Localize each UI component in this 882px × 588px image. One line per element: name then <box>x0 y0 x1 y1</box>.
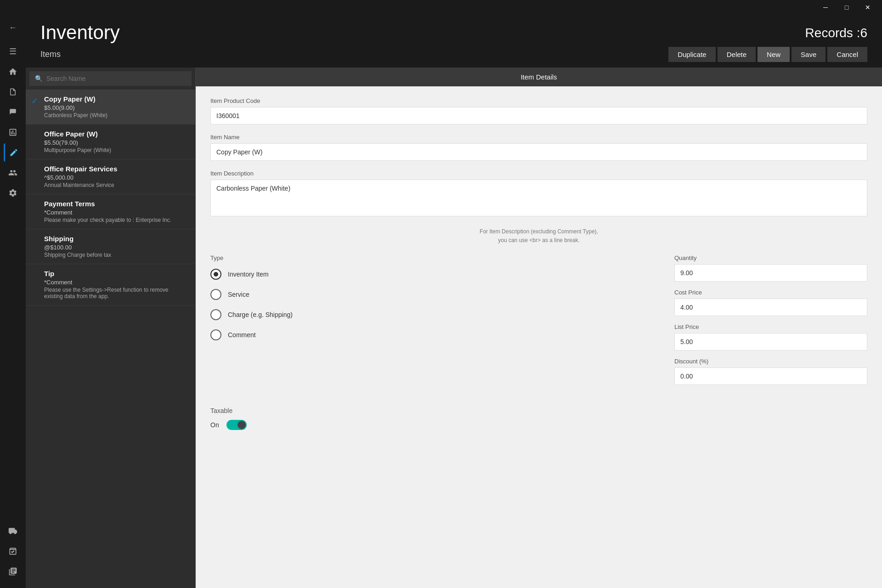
list-item[interactable]: Payment Terms *Comment Please make your … <box>26 194 195 229</box>
discount-label: Discount (%) <box>674 358 867 365</box>
delete-button[interactable]: Delete <box>718 47 756 62</box>
list-panel: 🔍 ✓ Copy Paper (W) $5.00(9.00) Carbonles… <box>26 68 196 588</box>
product-code-input[interactable] <box>210 107 867 124</box>
search-input[interactable] <box>46 75 186 82</box>
item-description: Carbonless Paper (White) <box>44 112 188 119</box>
item-description: Please use the Settings->Reset function … <box>44 287 188 300</box>
report-icon <box>8 128 17 137</box>
item-description: Annual Maintenance Service <box>44 182 188 188</box>
maximize-button[interactable]: □ <box>836 0 857 15</box>
back-button[interactable]: ← <box>4 18 22 37</box>
item-description: Multipurpose Paper (White) <box>44 147 188 153</box>
document-icon <box>9 87 17 96</box>
item-name: Shipping <box>44 235 188 243</box>
detail-panel: Item Details Item Product Code Item Name <box>196 68 882 588</box>
item-name: Office Paper (W) <box>44 130 188 138</box>
nav-package[interactable] <box>4 542 22 560</box>
item-price: *Comment <box>44 209 188 216</box>
radio-charge[interactable]: Charge (e.g. Shipping) <box>210 309 660 320</box>
close-button[interactable]: ✕ <box>857 0 878 15</box>
list-item[interactable]: Office Paper (W) $5.50(79.00) Multipurpo… <box>26 124 195 159</box>
cost-price-input[interactable] <box>674 299 867 316</box>
type-column: Type Inventory Item <box>210 254 660 392</box>
list-item[interactable]: Tip *Comment Please use the Settings->Re… <box>26 264 195 305</box>
item-description: Please make your check payable to : Ente… <box>44 217 188 223</box>
item-name-label: Item Name <box>210 134 867 141</box>
list-price-label: List Price <box>674 323 867 330</box>
item-name: Office Repair Services <box>44 165 188 173</box>
toolbar-buttons: Duplicate Delete New Save Cancel <box>668 47 867 62</box>
menu-icon[interactable]: ☰ <box>4 42 22 61</box>
type-radio-group: Inventory Item Service Charge (e.g. Ship… <box>210 269 660 340</box>
price-column: Quantity Cost Price List Price <box>674 254 867 392</box>
item-price: $5.00(9.00) <box>44 104 188 111</box>
cancel-button[interactable]: Cancel <box>827 47 867 62</box>
taxable-toggle[interactable] <box>226 420 247 430</box>
quantity-input[interactable] <box>674 264 867 282</box>
hamburger-icon: ☰ <box>9 46 17 57</box>
item-name-input[interactable] <box>210 143 867 161</box>
list-price-input[interactable] <box>674 333 867 351</box>
radio-inventory-item[interactable]: Inventory Item <box>210 269 660 280</box>
items-subtitle: Items <box>40 50 61 59</box>
back-icon: ← <box>9 23 17 33</box>
app-header: Inventory Records :6 Items Duplicate Del… <box>26 15 882 68</box>
nav-library[interactable] <box>4 562 22 581</box>
duplicate-button[interactable]: Duplicate <box>668 47 716 62</box>
nav-settings[interactable] <box>4 184 22 202</box>
product-code-label: Item Product Code <box>210 97 867 104</box>
detail-body: Item Product Code Item Name Item Descrip… <box>196 86 882 588</box>
radio-label-inventory: Inventory Item <box>228 271 269 278</box>
title-bar: ─ □ ✕ <box>0 0 882 15</box>
hint-line1: For Item Description (excluding Comment … <box>480 228 598 235</box>
radio-inner-inventory <box>214 272 218 277</box>
item-description-label: Item Description <box>210 170 867 177</box>
main-panels: 🔍 ✓ Copy Paper (W) $5.00(9.00) Carbonles… <box>26 68 882 588</box>
discount-input[interactable] <box>674 368 867 385</box>
page-title: Inventory <box>40 22 120 43</box>
radio-comment[interactable]: Comment <box>210 329 660 340</box>
radio-label-comment: Comment <box>228 331 256 339</box>
taxable-label: Taxable <box>210 407 867 414</box>
list-item[interactable]: Office Repair Services ^$5,000.00 Annual… <box>26 159 195 194</box>
list-item[interactable]: Shipping @$100.00 Shipping Charge before… <box>26 229 195 264</box>
save-button[interactable]: Save <box>792 47 825 62</box>
invoice-icon <box>9 107 17 117</box>
search-bar[interactable]: 🔍 <box>29 71 192 86</box>
nav-invoice[interactable] <box>4 103 22 121</box>
settings-icon <box>8 188 17 198</box>
nav-report[interactable] <box>4 123 22 141</box>
radio-service[interactable]: Service <box>210 289 660 300</box>
item-description-group: Item Description Carbonless Paper (White… <box>210 170 867 218</box>
nav-warehouse[interactable] <box>4 522 22 540</box>
type-price-section: Type Inventory Item <box>210 254 867 392</box>
header-row: Items Duplicate Delete New Save Cancel <box>40 47 867 68</box>
warehouse-icon <box>8 526 17 536</box>
hint-line2: you can use <br> as a line break. <box>498 237 579 243</box>
home-icon <box>8 67 17 76</box>
library-icon <box>8 567 17 576</box>
radio-circle-charge <box>210 309 221 320</box>
list-item[interactable]: ✓ Copy Paper (W) $5.00(9.00) Carbonless … <box>26 90 195 124</box>
app-body: ← ☰ <box>0 15 882 588</box>
search-icon: 🔍 <box>35 75 43 82</box>
toggle-row: On <box>210 420 867 430</box>
nav-document[interactable] <box>4 83 22 101</box>
nav-users[interactable] <box>4 164 22 182</box>
nav-home[interactable] <box>4 62 22 81</box>
item-name-group: Item Name <box>210 134 867 161</box>
new-button[interactable]: New <box>758 47 790 62</box>
records-count: Records :6 <box>805 22 867 40</box>
nav-pencil[interactable] <box>4 143 22 162</box>
cost-price-group: Cost Price <box>674 289 867 316</box>
nav-sidebar: ← ☰ <box>0 15 26 588</box>
minimize-button[interactable]: ─ <box>815 0 836 15</box>
item-description-textarea[interactable]: Carbonless Paper (White) <box>210 180 867 216</box>
title-bar-controls: ─ □ ✕ <box>815 0 878 15</box>
users-icon <box>8 168 17 177</box>
radio-label-service: Service <box>228 291 249 298</box>
hint-text: For Item Description (excluding Comment … <box>210 227 867 245</box>
quantity-group: Quantity <box>674 254 867 282</box>
taxable-section: Taxable On <box>210 407 867 430</box>
edit-icon <box>9 148 18 157</box>
